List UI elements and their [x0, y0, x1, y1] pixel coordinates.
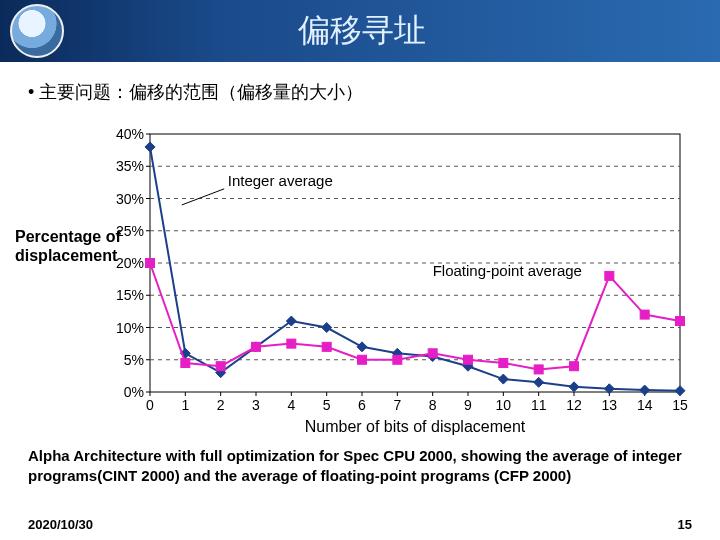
y-axis-label: Percentage of displacement	[15, 227, 135, 265]
svg-rect-62	[252, 342, 261, 351]
svg-rect-65	[358, 355, 367, 364]
svg-text:30%: 30%	[116, 191, 144, 207]
svg-text:Number of bits of displacement: Number of bits of displacement	[305, 418, 526, 435]
svg-text:15%: 15%	[116, 287, 144, 303]
svg-rect-71	[570, 362, 579, 371]
svg-rect-59	[146, 259, 155, 268]
svg-text:8: 8	[429, 397, 437, 413]
svg-text:12: 12	[566, 397, 582, 413]
svg-text:15: 15	[672, 397, 688, 413]
slide-header: 偏移寻址	[0, 0, 720, 62]
svg-text:6: 6	[358, 397, 366, 413]
svg-rect-69	[499, 358, 508, 367]
svg-text:13: 13	[602, 397, 618, 413]
svg-text:5%: 5%	[124, 352, 144, 368]
svg-text:10: 10	[496, 397, 512, 413]
svg-text:2: 2	[217, 397, 225, 413]
svg-text:10%: 10%	[116, 320, 144, 336]
bullet-main-problem: • 主要问题：偏移的范围（偏移量的大小）	[28, 80, 692, 104]
svg-text:11: 11	[531, 397, 547, 413]
svg-text:9: 9	[464, 397, 472, 413]
displacement-chart: 0%5%10%15%20%25%30%35%40%012345678910111…	[20, 122, 700, 442]
slide-footer: 2020/10/30 15	[28, 517, 692, 532]
svg-text:7: 7	[393, 397, 401, 413]
svg-text:Floating-point average: Floating-point average	[433, 262, 582, 279]
svg-rect-72	[605, 271, 614, 280]
svg-rect-66	[393, 355, 402, 364]
chart-container: Percentage of displacement 0%5%10%15%20%…	[20, 122, 700, 442]
footer-date: 2020/10/30	[28, 517, 93, 532]
svg-rect-73	[640, 310, 649, 319]
svg-line-77	[182, 189, 224, 205]
footer-page: 15	[678, 517, 692, 532]
slide-title: 偏移寻址	[64, 9, 720, 53]
svg-rect-68	[464, 355, 473, 364]
svg-text:4: 4	[287, 397, 295, 413]
svg-rect-61	[216, 362, 225, 371]
svg-rect-60	[181, 358, 190, 367]
university-logo	[10, 4, 64, 58]
svg-text:1: 1	[181, 397, 189, 413]
svg-rect-63	[287, 339, 296, 348]
svg-rect-74	[676, 317, 685, 326]
svg-text:3: 3	[252, 397, 260, 413]
svg-text:35%: 35%	[116, 158, 144, 174]
svg-text:40%: 40%	[116, 126, 144, 142]
svg-rect-67	[428, 349, 437, 358]
svg-rect-64	[322, 342, 331, 351]
svg-text:0: 0	[146, 397, 154, 413]
chart-caption: Alpha Architecture with full optimizatio…	[28, 446, 692, 485]
svg-rect-70	[534, 365, 543, 374]
svg-text:14: 14	[637, 397, 653, 413]
svg-text:5: 5	[323, 397, 331, 413]
svg-text:0%: 0%	[124, 384, 144, 400]
svg-text:Integer average: Integer average	[228, 172, 333, 189]
